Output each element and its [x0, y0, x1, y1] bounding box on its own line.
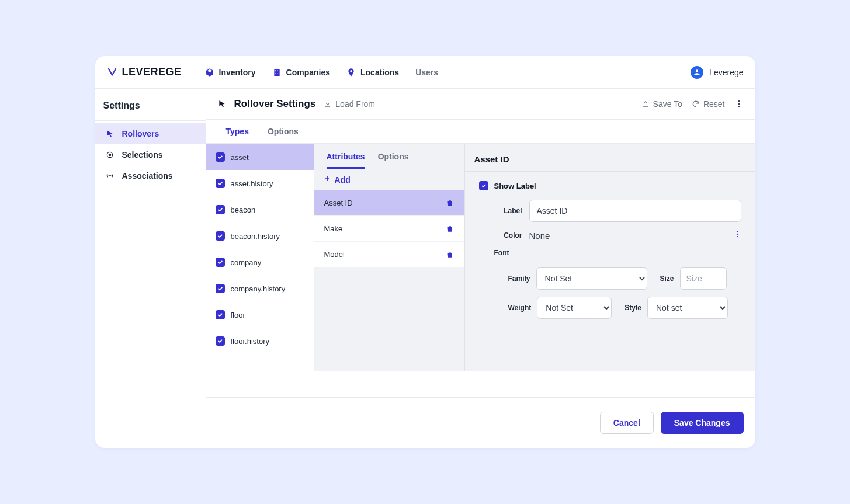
- tabs: Types Options: [206, 120, 755, 144]
- svg-point-4: [738, 106, 740, 107]
- color-more-icon[interactable]: [733, 230, 741, 241]
- nav-inventory[interactable]: Inventory: [205, 68, 256, 77]
- load-from-button[interactable]: Load From: [324, 99, 375, 109]
- sidebar: Settings Rollovers Selections: [95, 89, 206, 448]
- sidebar-item-label: Selections: [122, 150, 163, 159]
- reset-button[interactable]: Reset: [692, 99, 725, 109]
- plus-icon: [323, 175, 331, 185]
- type-label: floor: [231, 311, 245, 319]
- family-label: Family: [508, 274, 530, 283]
- type-item[interactable]: floor.history: [206, 328, 314, 354]
- attribute-label: Model: [324, 250, 345, 259]
- type-item[interactable]: floor: [206, 301, 314, 328]
- checkbox-icon[interactable]: [216, 231, 225, 241]
- nav-label: Locations: [360, 68, 399, 77]
- sidebar-item-selections[interactable]: Selections: [95, 144, 206, 165]
- svg-point-3: [738, 103, 740, 105]
- size-input[interactable]: [680, 267, 727, 290]
- style-label: Style: [625, 304, 641, 312]
- type-label: beacon.history: [231, 232, 280, 241]
- app-window: LEVEREGE Inventory Companies Locations: [95, 56, 755, 448]
- type-label: beacon: [231, 206, 256, 214]
- attribute-item[interactable]: Model: [314, 242, 464, 267]
- cancel-button[interactable]: Cancel: [600, 412, 654, 434]
- type-item[interactable]: asset.history: [206, 170, 314, 196]
- type-item[interactable]: company.history: [206, 275, 314, 301]
- show-label-toggle[interactable]: Show Label: [479, 181, 741, 190]
- tab-options[interactable]: Options: [265, 120, 301, 143]
- download-icon: [324, 100, 332, 108]
- page-header: Rollover Settings Load From Save To: [206, 89, 755, 120]
- cube-icon: [205, 68, 214, 77]
- svg-point-7: [736, 236, 737, 237]
- label-input[interactable]: [529, 200, 741, 222]
- nav-items: Inventory Companies Locations Users: [205, 68, 439, 77]
- type-label: floor.history: [231, 337, 269, 346]
- add-attribute-button[interactable]: Add: [314, 169, 464, 190]
- attribute-label: Make: [324, 224, 343, 233]
- sidebar-item-label: Associations: [122, 171, 173, 180]
- attribute-item[interactable]: Make: [314, 216, 464, 242]
- checkbox-icon[interactable]: [216, 179, 225, 188]
- refresh-icon: [692, 100, 700, 108]
- link-icon: [106, 172, 115, 180]
- tab-types[interactable]: Types: [224, 120, 251, 143]
- more-icon[interactable]: [734, 99, 744, 109]
- top-nav: LEVEREGE Inventory Companies Locations: [95, 56, 755, 89]
- checkbox-icon[interactable]: [216, 310, 225, 319]
- svg-point-1: [109, 154, 111, 156]
- nav-locations[interactable]: Locations: [346, 68, 399, 77]
- weight-select[interactable]: Not Set: [537, 297, 612, 319]
- checkbox-icon[interactable]: [216, 336, 225, 346]
- family-select[interactable]: Not Set: [536, 267, 647, 290]
- nav-companies[interactable]: Companies: [272, 68, 330, 77]
- type-label: company: [231, 258, 262, 267]
- logo-icon: [107, 67, 117, 78]
- user-menu[interactable]: Leverege: [691, 66, 743, 79]
- brand-text: LEVEREGE: [122, 66, 182, 78]
- type-item[interactable]: beacon.history: [206, 223, 314, 249]
- checkbox-icon[interactable]: [479, 181, 488, 190]
- sidebar-item-label: Rollovers: [122, 129, 159, 138]
- main: Rollover Settings Load From Save To: [206, 89, 755, 448]
- checkbox-icon[interactable]: [216, 152, 225, 162]
- save-to-button[interactable]: Save To: [641, 99, 682, 109]
- attribute-item[interactable]: Asset ID: [314, 190, 464, 216]
- trash-icon[interactable]: [446, 199, 454, 207]
- brand-logo[interactable]: LEVEREGE: [107, 66, 182, 78]
- save-to-label: Save To: [653, 99, 682, 109]
- sidebar-item-associations[interactable]: Associations: [95, 165, 206, 186]
- nav-users[interactable]: Users: [415, 68, 438, 77]
- trash-icon[interactable]: [446, 251, 454, 259]
- sidebar-title: Settings: [95, 89, 206, 121]
- trash-icon[interactable]: [446, 225, 454, 233]
- show-label-text: Show Label: [494, 182, 536, 190]
- style-select[interactable]: Not set: [647, 297, 728, 319]
- footer: Cancel Save Changes: [206, 397, 755, 448]
- label-field-label: Label: [494, 207, 522, 215]
- load-from-label: Load From: [335, 99, 375, 109]
- type-label: asset.history: [231, 179, 273, 188]
- color-value: None: [529, 231, 550, 241]
- pin-icon: [346, 68, 356, 77]
- avatar-icon: [691, 66, 703, 79]
- save-button[interactable]: Save Changes: [661, 412, 744, 434]
- svg-point-5: [736, 231, 737, 232]
- tab-attributes[interactable]: Attributes: [327, 152, 365, 169]
- page-title: Rollover Settings: [234, 98, 316, 110]
- detail-title: Asset ID: [465, 144, 755, 172]
- checkbox-icon[interactable]: [216, 205, 225, 214]
- checkbox-icon[interactable]: [216, 258, 225, 267]
- type-item[interactable]: asset: [206, 144, 314, 170]
- sidebar-item-rollovers[interactable]: Rollovers: [95, 123, 206, 144]
- tab-attribute-options[interactable]: Options: [378, 152, 409, 169]
- checkbox-icon[interactable]: [216, 284, 225, 293]
- nav-label: Inventory: [219, 68, 256, 77]
- user-name: Leverege: [709, 68, 743, 77]
- building-icon: [272, 68, 282, 77]
- type-item[interactable]: company: [206, 249, 314, 275]
- reset-label: Reset: [703, 99, 725, 109]
- type-item[interactable]: beacon: [206, 196, 314, 223]
- content-area: asset asset.history beacon beacon.histor…: [206, 144, 755, 371]
- font-section-label: Font: [479, 249, 741, 257]
